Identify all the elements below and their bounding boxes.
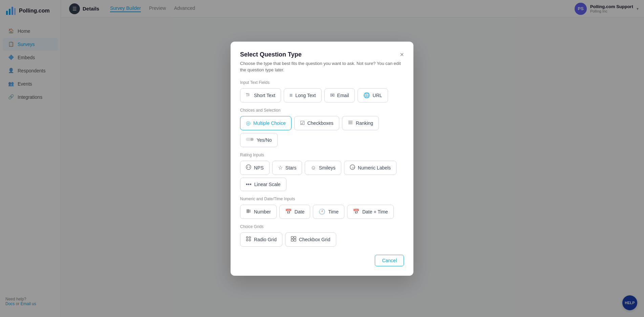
options-grid-rating: NPS ☆ Stars ☺ Smileys 10 Numeric Labels … xyxy=(240,161,404,191)
option-stars[interactable]: ☆ Stars xyxy=(272,161,302,175)
option-checkbox-grid[interactable]: Checkbox Grid xyxy=(285,232,336,247)
svg-point-23 xyxy=(246,239,248,241)
section-label-input-text: Input Text Fields xyxy=(240,80,404,85)
option-linear-scale[interactable]: ••• Linear Scale xyxy=(240,178,286,191)
long-text-icon: ≡ xyxy=(289,92,293,98)
svg-point-11 xyxy=(246,165,251,169)
modal-subtitle: Choose the type that best fits the quest… xyxy=(240,60,404,73)
option-numeric-labels[interactable]: 10 Numeric Labels xyxy=(344,161,396,175)
date-time-icon: 📅 xyxy=(353,208,360,215)
option-date-time[interactable]: 📅 Date + Time xyxy=(347,205,394,219)
modal-footer: Cancel xyxy=(240,255,404,266)
modal-title: Select Question Type xyxy=(240,51,302,58)
option-date[interactable]: 📅 Date xyxy=(279,205,310,219)
svg-point-21 xyxy=(246,236,248,238)
svg-point-22 xyxy=(249,236,251,238)
multiple-choice-icon: ◎ xyxy=(246,120,251,126)
option-number[interactable]: Number xyxy=(240,205,277,219)
date-icon: 📅 xyxy=(285,208,292,215)
modal-overlay: Select Question Type × Choose the type t… xyxy=(0,0,644,317)
url-icon: 🌐 xyxy=(363,92,370,98)
svg-point-24 xyxy=(249,239,251,241)
options-grid-choices: ◎ Multiple Choice ☑ Checkboxes Ranking Y… xyxy=(240,116,404,147)
question-type-modal: Select Question Type × Choose the type t… xyxy=(231,42,413,276)
radio-grid-icon xyxy=(246,236,251,243)
option-yes-no[interactable]: Yes/No xyxy=(240,133,278,147)
time-icon: 🕐 xyxy=(319,208,325,215)
svg-rect-25 xyxy=(291,236,293,239)
checkboxes-icon: ☑ xyxy=(300,120,305,126)
svg-rect-28 xyxy=(294,239,296,241)
numeric-labels-icon: 10 xyxy=(350,164,355,171)
svg-rect-26 xyxy=(294,236,296,239)
smileys-icon: ☺ xyxy=(310,165,316,171)
yes-no-icon xyxy=(246,137,254,143)
svg-point-13 xyxy=(249,166,250,167)
short-text-icon: T xyxy=(246,92,251,99)
checkbox-grid-icon xyxy=(291,236,296,243)
section-label-choice-grids: Choice Grids xyxy=(240,224,404,229)
svg-rect-27 xyxy=(291,239,293,241)
stars-icon: ☆ xyxy=(278,164,283,171)
svg-point-12 xyxy=(247,166,248,167)
option-ranking[interactable]: Ranking xyxy=(342,116,379,130)
option-smileys[interactable]: ☺ Smileys xyxy=(305,161,341,175)
linear-scale-icon: ••• xyxy=(246,181,252,187)
cancel-button[interactable]: Cancel xyxy=(375,255,404,266)
option-checkboxes[interactable]: ☑ Checkboxes xyxy=(294,116,339,130)
option-nps[interactable]: NPS xyxy=(240,161,270,175)
option-short-text[interactable]: T Short Text xyxy=(240,88,281,103)
svg-text:10: 10 xyxy=(351,166,355,169)
options-grid-input-text: T Short Text ≡ Long Text ✉ Email 🌐 URL xyxy=(240,88,404,103)
nps-icon xyxy=(246,164,251,171)
email-icon: ✉ xyxy=(330,92,335,98)
section-label-choices: Choices and Selection xyxy=(240,108,404,113)
section-label-rating: Rating Inputs xyxy=(240,153,404,157)
modal-header: Select Question Type × xyxy=(240,51,404,58)
option-time[interactable]: 🕐 Time xyxy=(313,205,344,219)
ranking-icon xyxy=(348,120,353,127)
option-radio-grid[interactable]: Radio Grid xyxy=(240,232,282,247)
option-multiple-choice[interactable]: ◎ Multiple Choice xyxy=(240,116,292,130)
svg-text:T: T xyxy=(246,93,249,97)
option-url[interactable]: 🌐 URL xyxy=(358,88,388,103)
number-icon xyxy=(246,208,251,215)
section-label-numeric: Numeric and Date/Time Inputs xyxy=(240,197,404,201)
option-email[interactable]: ✉ Email xyxy=(324,88,355,103)
options-grid-choice-grids: Radio Grid Checkbox Grid xyxy=(240,232,404,247)
svg-point-10 xyxy=(251,138,253,141)
options-grid-numeric: Number 📅 Date 🕐 Time 📅 Date + Time xyxy=(240,205,404,219)
option-long-text[interactable]: ≡ Long Text xyxy=(284,88,322,103)
modal-close-button[interactable]: × xyxy=(400,51,404,58)
